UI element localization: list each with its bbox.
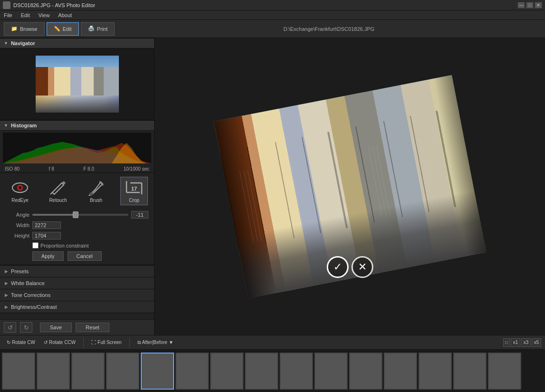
filmstrip-thumb-9[interactable] <box>280 353 313 390</box>
crop-buttons: Apply Cancel <box>32 251 148 261</box>
angle-value[interactable] <box>131 211 148 219</box>
redeye-label: RedEye <box>11 198 29 203</box>
filmstrip-thumb-10[interactable] <box>314 353 348 390</box>
left-panel: ▼ Navigator ▼ Histogram <box>0 38 155 335</box>
panel-footer: ↺ ↻ Save Reset <box>0 319 154 335</box>
proportion-checkbox[interactable] <box>32 242 39 249</box>
filmstrip-thumb-7[interactable] <box>210 353 243 390</box>
filmstrip-thumb-1[interactable] <box>2 353 35 390</box>
retouch-tool[interactable]: Retouch <box>44 177 72 205</box>
svg-line-3 <box>50 192 52 194</box>
bottom-toolbar: ↻ Rotate CW ↺ Rotate CCW ⛶ Full Screen ⧉… <box>0 335 545 349</box>
crop-panel: Angle Width Height Proportion constraint <box>0 207 154 265</box>
white-balance-section: ▶ White Balance <box>0 277 154 289</box>
crop-label: Crop <box>129 198 139 203</box>
browse-icon: 📁 <box>11 26 18 32</box>
height-input[interactable] <box>32 232 61 239</box>
filmstrip <box>0 349 545 392</box>
svg-point-4 <box>89 192 93 195</box>
minimize-button[interactable]: — <box>517 2 525 9</box>
rotate-cw-icon: ↻ <box>7 340 10 345</box>
filmstrip-thumb-11[interactable] <box>349 353 382 390</box>
filmstrip-thumb-2[interactable] <box>37 353 70 390</box>
window-controls: — □ ✕ <box>517 2 542 9</box>
filmstrip-thumb-5[interactable] <box>141 353 174 390</box>
crop-tool[interactable]: 17 Crop <box>120 177 148 205</box>
filmstrip-thumb-14[interactable] <box>453 353 487 390</box>
undo-button[interactable]: ↺ <box>4 322 16 333</box>
browse-button[interactable]: 📁 Browse <box>4 22 45 36</box>
height-row: Height <box>6 232 148 239</box>
brightness-contrast-section: ▶ Brightness/Contrast <box>0 301 154 313</box>
rotate-ccw-button[interactable]: ↺ Rotate CCW <box>41 339 78 346</box>
edit-icon: ✏️ <box>54 26 60 32</box>
zoom-x3-button[interactable]: x3 <box>521 338 531 347</box>
menu-file[interactable]: File <box>2 12 14 18</box>
tone-corrections-arrow: ▶ <box>5 293 8 297</box>
app-icon <box>3 1 10 9</box>
svg-point-2 <box>19 186 21 189</box>
menu-view[interactable]: View <box>37 12 52 18</box>
edit-button[interactable]: ✏️ Edit <box>47 22 79 36</box>
cancel-crop-button[interactable]: ✕ <box>351 256 373 278</box>
filmstrip-thumb-8[interactable] <box>245 353 278 390</box>
maximize-button[interactable]: □ <box>526 2 534 9</box>
fullscreen-button[interactable]: ⛶ Full Screen <box>88 339 125 346</box>
redo-button[interactable]: ↻ <box>20 322 32 333</box>
brush-tool[interactable]: Brush <box>82 177 110 205</box>
histogram-header[interactable]: ▼ Histogram <box>0 120 154 131</box>
filmstrip-thumb-13[interactable] <box>418 353 452 390</box>
cancel-button[interactable]: Cancel <box>68 251 102 261</box>
menu-about[interactable]: About <box>56 12 74 18</box>
proportion-label: Proportion constraint <box>40 243 89 249</box>
tone-corrections-section: ▶ Tone Corrections <box>0 289 154 301</box>
presets-section: ▶ Presets <box>0 266 154 277</box>
width-row: Width <box>6 221 148 229</box>
toolbar-separator-2 <box>129 338 130 347</box>
height-label: Height <box>6 233 29 239</box>
navigator-thumbnail <box>36 56 119 113</box>
reset-button[interactable]: Reset <box>76 323 109 332</box>
zoom-x1-button[interactable]: x1 <box>511 338 520 347</box>
brightness-contrast-arrow: ▶ <box>5 305 8 309</box>
filmstrip-thumb-3[interactable] <box>71 353 105 390</box>
white-balance-arrow: ▶ <box>5 281 8 286</box>
filmstrip-thumb-6[interactable] <box>175 353 209 390</box>
filmstrip-thumb-15[interactable] <box>488 353 521 390</box>
after-before-button[interactable]: ⧉ After|Before ▼ <box>135 339 176 346</box>
filmstrip-thumb-4[interactable] <box>106 353 139 390</box>
navigator-header[interactable]: ▼ Navigator <box>0 38 154 48</box>
histogram-chart <box>3 133 151 163</box>
svg-text:17: 17 <box>131 186 137 191</box>
titlebar: DSC01826.JPG - AVS Photo Editor — □ ✕ <box>0 0 545 10</box>
angle-slider[interactable] <box>32 214 128 216</box>
canvas-area: ✓ ✕ <box>155 38 545 335</box>
white-balance-header[interactable]: ▶ White Balance <box>0 277 154 289</box>
filmstrip-thumb-12[interactable] <box>384 353 417 390</box>
rotate-cw-button[interactable]: ↻ Rotate CW <box>4 339 38 346</box>
width-label: Width <box>6 222 29 228</box>
navigator-label: Navigator <box>11 40 35 46</box>
zoom-small-button[interactable]: □ <box>503 338 510 347</box>
redeye-icon <box>10 179 29 196</box>
tone-corrections-header[interactable]: ▶ Tone Corrections <box>0 289 154 301</box>
apply-button[interactable]: Apply <box>32 251 64 261</box>
width-input[interactable] <box>32 221 61 229</box>
brightness-contrast-header[interactable]: ▶ Brightness/Contrast <box>0 301 154 313</box>
redeye-tool[interactable]: RedEye <box>6 177 34 205</box>
fullscreen-icon: ⛶ <box>91 340 96 345</box>
confirm-crop-button[interactable]: ✓ <box>327 256 349 278</box>
print-button[interactable]: 🖨️ Print <box>81 22 115 36</box>
menu-edit[interactable]: Edit <box>19 12 32 18</box>
close-button[interactable]: ✕ <box>535 2 542 9</box>
brightness-contrast-label: Brightness/Contrast <box>11 304 57 310</box>
main-layout: ▼ Navigator ▼ Histogram <box>0 38 545 335</box>
exif-info: ISO 80 f 8 F 8.0 10/1000 sec <box>0 165 154 172</box>
print-icon: 🖨️ <box>88 26 95 32</box>
save-button[interactable]: Save <box>40 323 72 332</box>
proportion-row: Proportion constraint <box>32 242 148 249</box>
presets-header[interactable]: ▶ Presets <box>0 266 154 277</box>
zoom-x5-button[interactable]: x5 <box>532 338 541 347</box>
menubar: File Edit View About <box>0 10 545 20</box>
white-balance-label: White Balance <box>11 280 45 286</box>
